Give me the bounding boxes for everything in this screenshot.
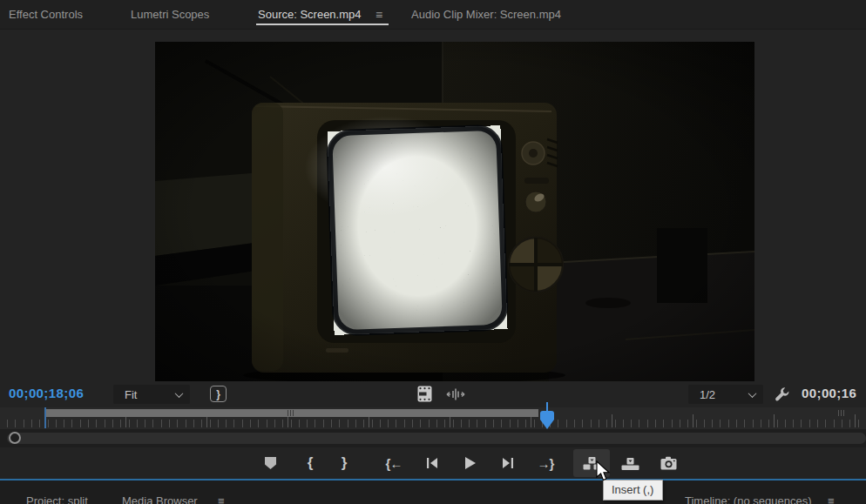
mark-out-icon: } bbox=[342, 454, 348, 472]
step-forward-icon bbox=[501, 457, 515, 469]
duration-timecode: 00;00;16 bbox=[802, 386, 866, 400]
panel-menu-icon[interactable]: ≡ bbox=[218, 494, 225, 504]
mark-in-icon: { bbox=[308, 454, 314, 472]
play-button[interactable] bbox=[455, 449, 484, 477]
source-monitor-panel: Effect Controls Lumetri Scopes Source: S… bbox=[0, 0, 866, 504]
active-tab-underline bbox=[256, 24, 389, 25]
zoom-scrollbar-row bbox=[0, 429, 866, 447]
video-frame-tv-static bbox=[155, 42, 754, 381]
step-back-button[interactable] bbox=[417, 449, 447, 477]
video-preview[interactable] bbox=[155, 42, 754, 381]
go-to-in-button[interactable]: {← bbox=[379, 449, 409, 477]
transport-controls: { } {← →} bbox=[0, 447, 866, 479]
tab-effect-controls[interactable]: Effect Controls bbox=[9, 0, 83, 30]
overwrite-button[interactable] bbox=[615, 449, 645, 477]
export-frame-button[interactable] bbox=[653, 449, 683, 477]
arrow-left-icon: ← bbox=[389, 456, 402, 471]
wrench-icon bbox=[774, 386, 791, 403]
drag-video-only-button[interactable] bbox=[417, 386, 432, 405]
add-marker-button[interactable] bbox=[255, 449, 285, 477]
zoom-scrollbar-handle[interactable] bbox=[9, 432, 21, 444]
step-back-icon bbox=[425, 457, 439, 469]
insert-tooltip: Insert (,) bbox=[603, 480, 663, 501]
chevron-down-icon bbox=[175, 389, 184, 398]
step-forward-button[interactable] bbox=[493, 449, 523, 477]
overwrite-icon bbox=[621, 456, 639, 471]
panel-menu-icon[interactable]: ≡ bbox=[828, 494, 835, 504]
range-grip[interactable] bbox=[288, 410, 295, 416]
zoom-level-select[interactable]: Fit bbox=[113, 385, 190, 404]
filmstrip-icon bbox=[417, 386, 432, 402]
in-point-marker[interactable] bbox=[44, 407, 46, 428]
marker-icon bbox=[264, 456, 277, 470]
mouse-cursor bbox=[596, 460, 611, 484]
settings-button[interactable] bbox=[774, 386, 791, 406]
range-grip[interactable] bbox=[838, 410, 846, 416]
drag-audio-only-button[interactable] bbox=[446, 388, 465, 403]
zoom-level-value: Fit bbox=[125, 388, 137, 401]
audio-waveform-icon bbox=[446, 388, 465, 400]
tab-audio-clip-mixer[interactable]: Audio Clip Mixer: Screen.mp4 bbox=[411, 0, 561, 30]
monitor-controls-row: 00;00;18;06 Fit } bbox=[0, 381, 866, 407]
mark-in-button[interactable]: { bbox=[295, 449, 325, 477]
tab-media-browser[interactable]: Media Browser bbox=[122, 494, 198, 504]
current-timecode[interactable]: 00;00;18;06 bbox=[9, 386, 84, 400]
arrow-right-icon: → bbox=[538, 456, 550, 471]
tab-timeline[interactable]: Timeline: (no sequences) bbox=[685, 494, 811, 504]
curly-brace-button[interactable]: } bbox=[210, 386, 227, 402]
playback-resolution-value: 1/2 bbox=[700, 388, 715, 401]
chevron-down-icon bbox=[748, 389, 757, 398]
time-ruler[interactable] bbox=[0, 407, 866, 429]
zoom-scrollbar[interactable] bbox=[7, 433, 866, 444]
mark-out-button[interactable]: } bbox=[329, 449, 359, 477]
play-icon bbox=[463, 456, 477, 470]
tab-project[interactable]: Project: split bbox=[26, 494, 88, 504]
go-to-out-button[interactable]: →} bbox=[531, 449, 560, 477]
playback-resolution-select[interactable]: 1/2 bbox=[688, 385, 763, 404]
bottom-panel-strip: Project: split Media Browser ≡ Timeline:… bbox=[0, 480, 866, 504]
camera-icon bbox=[660, 456, 677, 470]
panel-tab-bar: Effect Controls Lumetri Scopes Source: S… bbox=[0, 0, 866, 30]
tab-lumetri-scopes[interactable]: Lumetri Scopes bbox=[131, 0, 209, 30]
